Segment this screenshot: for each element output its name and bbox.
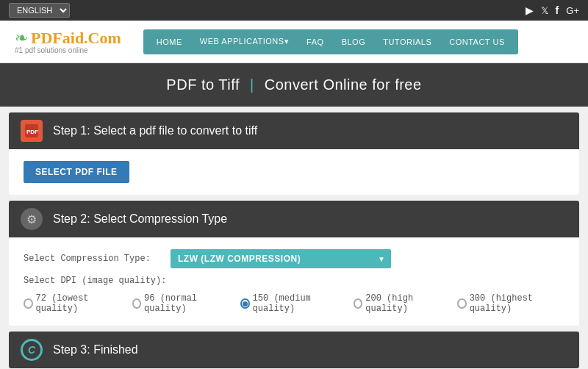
dpi-row: Select DPI (image quality): (24, 276, 564, 286)
step1-header: PDF Step 1: Select a pdf file to convert… (9, 112, 579, 149)
logo-area: ❧ PDFaid.Com #1 pdf solutions online (15, 29, 121, 54)
dpi-200-option[interactable]: 200 (high quality) (354, 293, 447, 314)
svg-text:PDF: PDF (26, 129, 38, 135)
pipe-divider: | (250, 76, 259, 93)
step2-section: ⚙ Step 2: Select Compression Type Select… (9, 201, 579, 326)
step1-title: Step 1: Select a pdf file to convert to … (53, 124, 257, 137)
page-title: PDF to Tiff | Convert Online for free (13, 76, 575, 93)
dpi-200-radio[interactable] (354, 298, 363, 309)
dpi-72-option[interactable]: 72 (lowest quality) (24, 293, 122, 314)
googleplus-icon[interactable]: G+ (566, 5, 579, 16)
nav-tutorials[interactable]: TUTORIALS (374, 29, 440, 54)
step1-body: SELECT PDF FILE (9, 149, 579, 195)
facebook-icon[interactable]: f (556, 4, 559, 16)
finished-icon: C (21, 339, 43, 361)
social-icons: ▶ 𝕏 f G+ (526, 4, 579, 16)
youtube-icon[interactable]: ▶ (526, 4, 534, 16)
language-select[interactable]: ENGLISH (9, 3, 70, 18)
top-bar: ENGLISH ▶ 𝕏 f G+ (0, 0, 588, 21)
step3-header: C Step 3: Finished (9, 332, 579, 368)
pdf-icon: PDF (21, 120, 43, 142)
dpi-label: Select DPI (image quality): (24, 276, 171, 286)
nav-contact[interactable]: CONTACT US (440, 29, 514, 54)
dpi-150-option[interactable]: 150 (medium quality) (240, 293, 343, 314)
compression-type-select[interactable]: LZW (LZW COMPRESSION) NONE (NO COMPRESSI… (171, 249, 391, 268)
select-pdf-button[interactable]: SELECT PDF FILE (24, 161, 129, 183)
nav-web-applications[interactable]: WEB APPLICATIONS▾ (191, 29, 298, 54)
compression-row: Select Compression Type: LZW (LZW COMPRE… (24, 249, 564, 268)
nav-home[interactable]: HOME (148, 29, 191, 54)
step1-section: PDF Step 1: Select a pdf file to convert… (9, 112, 579, 195)
navigation-bar: HOME WEB APPLICATIONS▾ FAQ BLOG TUTORIAL… (143, 29, 518, 54)
step2-header: ⚙ Step 2: Select Compression Type (9, 201, 579, 237)
dpi-150-radio[interactable] (240, 298, 250, 309)
logo-text: PDFaid.Com (31, 29, 121, 48)
page-title-section: PDF to Tiff | Convert Online for free (0, 63, 588, 107)
step3-section: C Step 3: Finished (9, 332, 579, 368)
compression-select-wrapper: LZW (LZW COMPRESSION) NONE (NO COMPRESSI… (171, 249, 391, 268)
dpi-300-option[interactable]: 300 (highest quality) (457, 293, 564, 314)
step2-body: Select Compression Type: LZW (LZW COMPRE… (9, 237, 579, 326)
gear-icon: ⚙ (21, 208, 43, 230)
step3-title: Step 3: Finished (53, 343, 138, 357)
dpi-96-option[interactable]: 96 (normal quality) (132, 293, 231, 314)
logo-leaf-icon: ❧ (15, 29, 28, 48)
dpi-radio-group: 72 (lowest quality) 96 (normal quality) … (24, 293, 564, 314)
logo-subtitle: #1 pdf solutions online (15, 46, 121, 54)
nav-blog[interactable]: BLOG (333, 29, 375, 54)
dpi-72-radio[interactable] (24, 298, 33, 309)
nav-faq[interactable]: FAQ (298, 29, 333, 54)
compression-label: Select Compression Type: (24, 254, 171, 264)
dpi-96-radio[interactable] (132, 298, 142, 309)
twitter-icon[interactable]: 𝕏 (541, 5, 548, 16)
dpi-300-radio[interactable] (457, 298, 467, 309)
step2-title: Step 2: Select Compression Type (53, 212, 227, 226)
header: ❧ PDFaid.Com #1 pdf solutions online HOM… (0, 21, 588, 63)
